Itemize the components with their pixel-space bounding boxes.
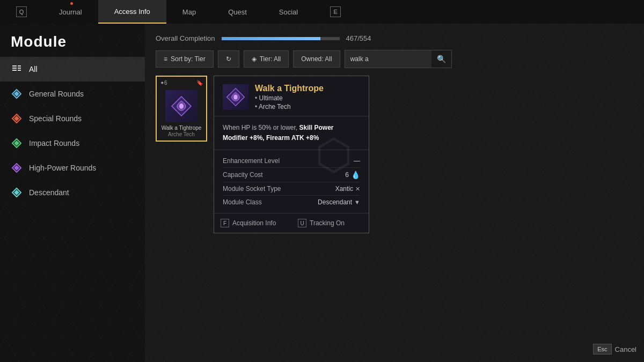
module-stats: Enhancement Level — Capacity Cost 6 💧 Mo… <box>214 150 369 213</box>
content-area: Overall Completion 467/554 ≡ Sort by: Ti… <box>145 24 644 362</box>
main-layout: Module All General <box>0 24 644 362</box>
svg-rect-0 <box>12 65 17 67</box>
nav-key-e[interactable]: E <box>314 0 357 24</box>
enhancement-label: Enhancement Level <box>223 157 280 165</box>
module-detail-name: Walk a Tightrope <box>255 84 324 93</box>
acquisition-info-button[interactable]: F Acquisition Info <box>214 213 291 233</box>
module-card-tier-icon: ✦6 <box>160 80 167 86</box>
module-detail-footer: F Acquisition Info U Tracking On <box>214 213 369 233</box>
sidebar-descendant-label: Descendant <box>29 188 69 197</box>
sidebar-item-general-rounds[interactable]: General Rounds <box>0 82 145 106</box>
nav-item-quest[interactable]: Quest <box>212 0 263 24</box>
tier-label: Tier: All <box>260 55 281 63</box>
svg-point-19 <box>233 94 237 99</box>
descendant-icon <box>11 187 23 198</box>
module-card-bookmark-icon: 🔖 <box>196 80 203 86</box>
sort-label: Sort by: Tier <box>171 55 206 63</box>
sort-icon: ≡ <box>164 55 167 63</box>
sidebar-special-label: Special Rounds <box>29 114 82 123</box>
sidebar-impact-label: Impact Rounds <box>29 139 79 147</box>
class-icon: ▼ <box>354 199 360 205</box>
module-detail-panel: ⬡ Walk a Tightrope • Ultimate <box>214 76 369 233</box>
module-card-name: Walk a Tightrope <box>162 124 202 131</box>
module-detail-tech: • Arche Tech <box>255 103 324 110</box>
filters-row: ≡ Sort by: Tier ↻ ◈ Tier: All Owned: All… <box>156 50 633 68</box>
nav-item-journal[interactable]: Journal <box>43 0 98 24</box>
sidebar-item-descendant[interactable]: Descendant <box>0 180 145 205</box>
tier-filter-button[interactable]: ◈ Tier: All <box>244 50 289 68</box>
search-button[interactable]: 🔍 <box>431 50 451 68</box>
acquisition-label: Acquisition Info <box>232 219 276 227</box>
capacity-icon: 💧 <box>351 171 360 179</box>
sort-button[interactable]: ≡ Sort by: Tier <box>156 50 214 68</box>
stat-socket-type: Module Socket Type Xantic ✕ <box>223 182 360 196</box>
e-key-badge: E <box>330 6 341 17</box>
svg-rect-2 <box>12 70 17 71</box>
top-navigation: Q Journal Access Info Map Quest Social E <box>0 0 644 24</box>
completion-progress-bar <box>222 37 340 40</box>
refresh-button[interactable]: ↻ <box>218 50 239 68</box>
sidebar-item-special-rounds[interactable]: Special Rounds <box>0 106 145 131</box>
module-card-walk-a-tightrope[interactable]: ✦6 🔖 Walk a Tightrope Arche Tech <box>156 76 207 142</box>
esc-badge: Esc <box>593 344 611 354</box>
general-rounds-icon <box>11 88 23 100</box>
class-value: Descendant ▼ <box>318 198 360 206</box>
owned-label: Owned: All <box>301 55 332 63</box>
nav-item-access-info[interactable]: Access Info <box>98 0 166 24</box>
svg-point-17 <box>179 104 184 109</box>
sidebar-item-high-power-rounds[interactable]: High-Power Rounds <box>0 156 145 180</box>
enhancement-value: — <box>354 157 360 165</box>
capacity-label: Capacity Cost <box>223 171 263 179</box>
module-card-icon <box>165 90 197 122</box>
high-power-rounds-icon <box>11 162 23 174</box>
search-container: 🔍 <box>345 50 452 68</box>
module-detail-tier: • Ultimate <box>255 94 324 102</box>
owned-filter-button[interactable]: Owned: All <box>293 50 340 68</box>
svg-rect-1 <box>12 68 17 69</box>
acquisition-key-badge: F <box>221 219 229 227</box>
sidebar-all-label: All <box>29 65 38 73</box>
sidebar-item-all[interactable]: All <box>0 57 145 82</box>
socket-icon: ✕ <box>355 186 360 193</box>
special-rounds-icon <box>11 113 23 124</box>
nav-item-social[interactable]: Social <box>263 0 314 24</box>
sidebar: Module All General <box>0 24 145 362</box>
completion-label: Overall Completion <box>156 34 215 42</box>
nav-key-q[interactable]: Q <box>0 0 43 24</box>
journal-notification-dot <box>70 2 73 5</box>
page-title: Module <box>0 24 145 57</box>
social-label: Social <box>279 8 298 16</box>
module-grid: ✦6 🔖 Walk a Tightrope Arche Tech <box>156 76 633 142</box>
q-key-badge: Q <box>16 6 27 17</box>
capacity-value: 6 💧 <box>345 171 360 179</box>
bottom-cancel: Esc Cancel <box>593 344 636 354</box>
stat-enhancement-level: Enhancement Level — <box>223 154 360 168</box>
module-detail-header: Walk a Tightrope • Ultimate • Arche Tech <box>214 76 369 116</box>
tracking-key-badge: U <box>298 219 306 227</box>
tracking-button[interactable]: U Tracking On <box>291 213 369 233</box>
stat-capacity-cost: Capacity Cost 6 💧 <box>223 168 360 182</box>
impact-rounds-icon <box>11 137 23 149</box>
all-icon <box>11 63 23 75</box>
quest-label: Quest <box>228 8 247 16</box>
sidebar-item-impact-rounds[interactable]: Impact Rounds <box>0 131 145 156</box>
class-label: Module Class <box>223 198 262 206</box>
sidebar-highpower-label: High-Power Rounds <box>29 164 96 172</box>
socket-value: Xantic ✕ <box>335 185 360 193</box>
module-card-tech: Arche Tech <box>168 131 195 137</box>
map-label: Map <box>182 8 196 16</box>
completion-count: 467/554 <box>346 34 371 42</box>
refresh-icon: ↻ <box>226 55 231 63</box>
completion-progress-fill <box>222 37 321 40</box>
cancel-label: Cancel <box>615 345 636 353</box>
search-input[interactable] <box>345 51 431 67</box>
socket-label: Module Socket Type <box>223 185 281 193</box>
module-detail-description: When HP is 50% or lower, Skill Power Mod… <box>214 116 369 150</box>
nav-item-map[interactable]: Map <box>166 0 212 24</box>
access-info-label: Access Info <box>114 8 150 16</box>
tracking-label: Tracking On <box>310 219 345 227</box>
completion-row: Overall Completion 467/554 <box>156 34 633 42</box>
stat-module-class: Module Class Descendant ▼ <box>223 196 360 209</box>
journal-label: Journal <box>59 8 82 16</box>
tier-icon: ◈ <box>252 55 257 63</box>
